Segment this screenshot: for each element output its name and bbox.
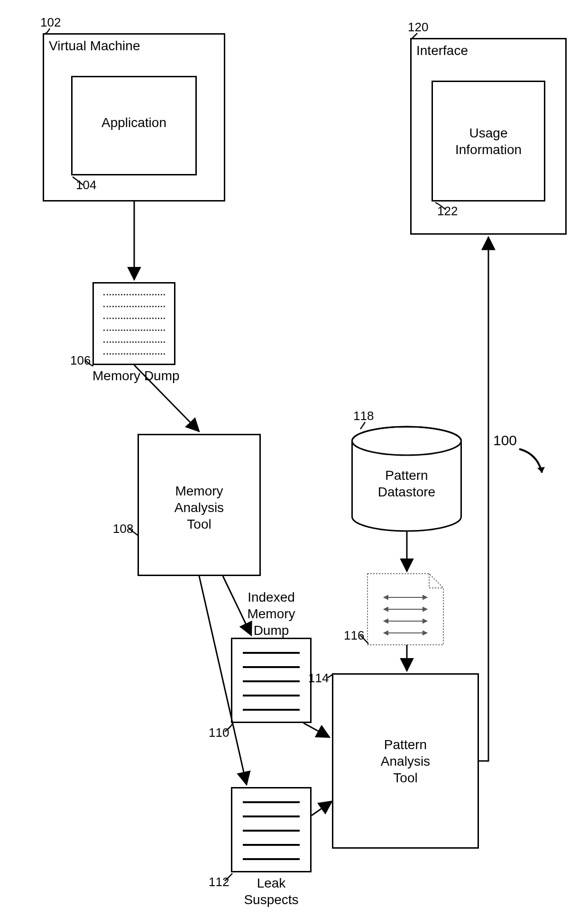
leak-suspects-content-line <box>243 858 300 860</box>
memory-dump-content-line <box>103 341 165 343</box>
interface-label: Interface <box>416 42 511 59</box>
leak-suspects-content-line <box>243 815 300 817</box>
indexed-dump-content-line <box>243 666 300 668</box>
ref-118: 118 <box>353 409 374 423</box>
ref-116: 116 <box>344 628 364 643</box>
indexed-dump-content-line <box>243 652 300 654</box>
ref-110: 110 <box>209 725 229 740</box>
svg-line-20 <box>303 723 330 737</box>
pattern-analysis-tool-box: Pattern Analysis Tool <box>332 673 479 849</box>
application-box: Application <box>71 76 197 175</box>
leak-suspects-content-line <box>243 801 300 803</box>
memory-dump-content-line <box>103 353 165 355</box>
memory-dump-content-line <box>103 306 165 307</box>
indexed-dump-content-line <box>243 680 300 682</box>
usage-information-box: Usage Information <box>432 81 545 202</box>
ref-104: 104 <box>76 178 96 192</box>
figure-number: 100 <box>488 431 522 449</box>
memory-dump-content-line <box>103 318 165 319</box>
ref-114: 114 <box>308 671 329 686</box>
pattern-file-icon <box>368 574 443 645</box>
memory-dump-content-line <box>103 330 165 331</box>
leak-suspects-label: Leak Suspects <box>231 875 312 908</box>
ref-120: 120 <box>408 20 428 35</box>
ref-102: 102 <box>40 15 61 30</box>
figure-number-arrow-icon <box>510 443 552 486</box>
usage-information-label: Usage Information <box>433 125 544 158</box>
virtual-machine-label: Virtual Machine <box>49 37 153 54</box>
memory-dump-label: Memory Dump <box>92 367 197 384</box>
leak-suspects-content-line <box>243 830 300 832</box>
indexed-dump-content-line <box>243 709 300 711</box>
indexed-dump-content-line <box>243 695 300 696</box>
svg-line-21 <box>312 801 332 815</box>
ref-108: 108 <box>113 522 133 536</box>
ref-112: 112 <box>209 875 229 889</box>
ref-122: 122 <box>437 204 458 219</box>
pattern-datastore-label: Pattern Datastore <box>351 467 462 500</box>
application-label: Application <box>73 114 195 131</box>
pattern-analysis-tool-label: Pattern Analysis Tool <box>333 736 478 786</box>
memory-analysis-tool-label: Memory Analysis Tool <box>139 483 259 532</box>
memory-analysis-tool-box: Memory Analysis Tool <box>138 434 261 576</box>
leak-suspects-content-line <box>243 844 300 846</box>
memory-dump-content-line <box>103 294 165 295</box>
ref-106: 106 <box>70 353 91 368</box>
indexed-memory-dump-label: Indexed Memory Dump <box>231 589 312 639</box>
